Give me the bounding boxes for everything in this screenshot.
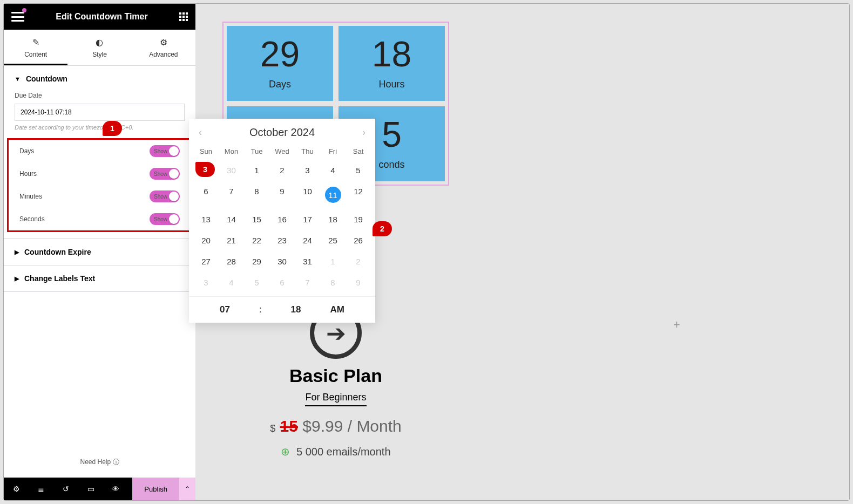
caret-right-icon: ▶ — [15, 249, 19, 256]
cal-day[interactable]: 4 — [320, 160, 346, 181]
cal-dow: Wed — [269, 143, 295, 160]
pricing-widget[interactable]: ➔ Basic Plan For Beginners $ 15 $9.99 / … — [222, 307, 449, 458]
cal-day[interactable]: 11 — [320, 181, 346, 209]
cal-day[interactable]: 27 — [193, 251, 219, 272]
cal-day[interactable]: 10 — [295, 181, 320, 209]
widgets-grid-icon[interactable] — [179, 12, 188, 21]
gear-icon: ⚙ — [132, 37, 195, 47]
cal-ampm-toggle[interactable]: AM — [330, 304, 344, 315]
cal-day[interactable]: 13 — [193, 209, 219, 230]
panel-tabs: ✎ Content ◐ Style ⚙ Advanced — [4, 30, 195, 66]
caret-down-icon: ▼ — [15, 76, 21, 82]
cal-day[interactable]: 21 — [219, 230, 244, 251]
cal-day[interactable]: 3 — [295, 160, 320, 181]
editor-sidebar: Edit Countdown Timer ✎ Content ◐ Style ⚙… — [4, 4, 195, 500]
cal-dow: Tue — [244, 143, 269, 160]
toggle-seconds[interactable]: Show — [150, 213, 180, 225]
add-section-button[interactable]: + — [673, 318, 680, 332]
cal-minute-input[interactable]: 18 — [291, 304, 301, 315]
section-header-countdown[interactable]: ▼ Countdown — [4, 66, 195, 92]
cal-month-label: October 2024 — [249, 126, 315, 139]
cal-day-next[interactable]: 1 — [320, 251, 346, 272]
cal-day[interactable]: 24 — [295, 230, 320, 251]
cal-day[interactable]: 28 — [219, 251, 244, 272]
cal-dow: Fri — [320, 143, 346, 160]
cal-day[interactable]: 17 — [295, 209, 320, 230]
tab-advanced[interactable]: ⚙ Advanced — [132, 30, 195, 65]
cal-day[interactable]: 6 — [193, 181, 219, 209]
feature-item: ⊕ 5 000 emails/month — [222, 445, 449, 458]
cal-day-next[interactable]: 6 — [269, 272, 295, 293]
toggle-row-minutes: Minutes Show — [9, 185, 191, 208]
cal-day[interactable]: 23 — [269, 230, 295, 251]
plan-name: Basic Plan — [222, 365, 449, 386]
menu-icon[interactable] — [11, 12, 24, 22]
cal-day[interactable]: 15 — [244, 209, 269, 230]
cal-dow: Mon — [219, 143, 244, 160]
cal-day[interactable]: 1 — [244, 160, 269, 181]
cal-day[interactable]: 14 — [219, 209, 244, 230]
cal-day[interactable]: 5 — [346, 160, 371, 181]
cal-dow: Sun — [193, 143, 219, 160]
cal-day[interactable]: 29 — [244, 251, 269, 272]
tab-style[interactable]: ◐ Style — [67, 30, 131, 65]
count-box-days: 29 Days — [227, 26, 333, 101]
section-labels: ▶ Change Labels Text — [4, 265, 195, 292]
panel-title: Edit Countdown Timer — [56, 12, 147, 22]
cal-day[interactable]: 18 — [320, 209, 346, 230]
cal-day[interactable]: 12 — [346, 181, 371, 209]
annotation-marker-3: 3 — [195, 162, 215, 177]
cal-day[interactable]: 9 — [269, 181, 295, 209]
cal-day-next[interactable]: 7 — [295, 272, 320, 293]
cal-prev-button[interactable]: ‹ — [199, 127, 202, 138]
due-date-control: Due Date Date set according to your time… — [4, 92, 195, 138]
highlight-box: Days Show Hours Show Minutes — [7, 138, 192, 232]
history-icon[interactable]: ↺ — [53, 485, 78, 493]
navigator-icon[interactable]: ≣ — [29, 485, 53, 493]
annotation-marker-2: 2 — [373, 221, 392, 236]
need-help-link[interactable]: Need Help ⓘ — [4, 447, 195, 478]
publish-options-button[interactable]: ⌃ — [179, 478, 195, 500]
cal-day[interactable]: 2 — [269, 160, 295, 181]
cal-day-next[interactable]: 8 — [320, 272, 346, 293]
cal-day-next[interactable]: 3 — [193, 272, 219, 293]
cal-day-next[interactable]: 9 — [346, 272, 371, 293]
toggle-days[interactable]: Show — [150, 145, 180, 157]
cal-day[interactable]: 8 — [244, 181, 269, 209]
section-countdown: ▼ Countdown Due Date Date set according … — [4, 66, 195, 239]
settings-icon[interactable]: ⚙ — [4, 485, 29, 493]
cal-hour-input[interactable]: 07 — [220, 304, 230, 315]
contrast-icon: ◐ — [67, 37, 131, 47]
help-icon: ⓘ — [113, 458, 119, 466]
cal-day-prev[interactable]: 30 — [219, 160, 244, 181]
cal-day-next[interactable]: 4 — [219, 272, 244, 293]
cal-day[interactable]: 16 — [269, 209, 295, 230]
toggle-minutes[interactable]: Show — [150, 190, 180, 202]
pencil-icon: ✎ — [4, 37, 67, 47]
toggle-hours[interactable]: Show — [150, 168, 180, 180]
cal-day[interactable]: 20 — [193, 230, 219, 251]
cal-day[interactable]: 22 — [244, 230, 269, 251]
sidebar-header: Edit Countdown Timer — [4, 4, 195, 30]
publish-button[interactable]: Publish — [132, 478, 179, 500]
cal-next-button[interactable]: › — [362, 127, 365, 138]
cal-day-next[interactable]: 5 — [244, 272, 269, 293]
responsive-icon[interactable]: ▭ — [78, 485, 103, 493]
preview-icon[interactable]: 👁 — [103, 485, 128, 493]
chevron-up-icon: ⌃ — [185, 485, 190, 493]
cal-day[interactable]: 7 — [219, 181, 244, 209]
cal-day[interactable]: 31 — [295, 251, 320, 272]
cal-day[interactable]: 26 — [346, 230, 371, 251]
toggle-row-hours: Hours Show — [9, 162, 191, 185]
plan-subtitle: For Beginners — [305, 392, 366, 406]
section-expire: ▶ Countdown Expire — [4, 239, 195, 265]
tab-content[interactable]: ✎ Content — [4, 30, 67, 65]
cal-day[interactable]: 30 — [269, 251, 295, 272]
cal-day[interactable]: 19 — [346, 209, 371, 230]
section-header-labels[interactable]: ▶ Change Labels Text — [4, 265, 195, 291]
cal-day[interactable]: 25 — [320, 230, 346, 251]
cal-dow: Thu — [295, 143, 320, 160]
due-date-input[interactable] — [15, 104, 185, 121]
section-header-expire[interactable]: ▶ Countdown Expire — [4, 239, 195, 265]
cal-day-next[interactable]: 2 — [346, 251, 371, 272]
